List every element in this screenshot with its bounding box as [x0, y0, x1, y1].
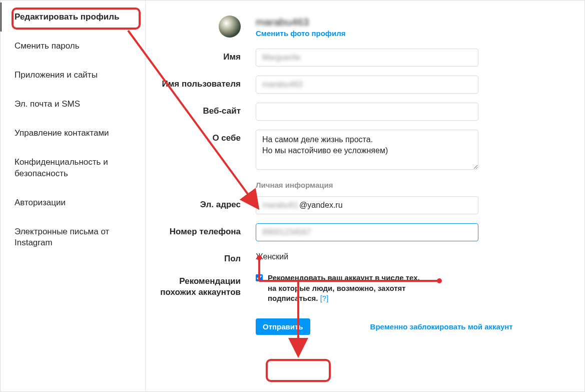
recommend-checkbox[interactable]	[256, 274, 263, 281]
sidebar-item-manage-contacts[interactable]: Управление контактами	[1, 119, 145, 148]
label-gender: Пол	[156, 250, 256, 264]
personal-info-header: Личная информация	[256, 181, 574, 189]
recommend-help-link[interactable]: [?]	[320, 294, 329, 302]
phone-input[interactable]: 89001234567	[256, 223, 478, 241]
submit-button[interactable]: Отправить	[256, 318, 310, 335]
website-input[interactable]	[256, 103, 478, 121]
username-input[interactable]: marabu463	[256, 76, 478, 94]
sidebar-item-email-sms[interactable]: Эл. почта и SMS	[1, 90, 145, 119]
username-display: marabu463	[256, 16, 346, 28]
recommend-checkbox-label: Рекомендовать ваш аккаунт в числе тех, н…	[268, 273, 428, 303]
label-recommendations: Рекомендации похожих аккаунтов	[156, 273, 256, 297]
sidebar-item-edit-profile[interactable]: Редактировать профиль	[1, 3, 145, 32]
change-photo-link[interactable]: Сменить фото профиля	[256, 29, 346, 38]
label-username: Имя пользователя	[156, 76, 256, 89]
gender-select[interactable]: Женский	[256, 250, 478, 261]
email-domain: @yandex.ru	[299, 197, 343, 214]
settings-sidebar: Редактировать профиль Сменить пароль При…	[1, 1, 146, 391]
label-email: Эл. адрес	[156, 196, 256, 210]
label-name: Имя	[156, 49, 256, 62]
avatar-row: marabu463 Сменить фото профиля	[156, 16, 574, 38]
sidebar-item-privacy-security[interactable]: Конфиденциальность и безопасность	[1, 148, 145, 188]
sidebar-item-emails-from-instagram[interactable]: Электронные письма от Instagram	[1, 217, 145, 257]
label-website: Веб-сайт	[156, 103, 256, 116]
sidebar-item-change-password[interactable]: Сменить пароль	[1, 32, 145, 61]
sidebar-item-apps-websites[interactable]: Приложения и сайты	[1, 61, 145, 90]
name-input[interactable]: Marguerite	[256, 49, 478, 67]
label-phone: Номер телефона	[156, 223, 256, 237]
label-bio: О себе	[156, 130, 256, 143]
sidebar-item-login-activity[interactable]: Авторизации	[1, 188, 145, 217]
edit-profile-form: marabu463 Сменить фото профиля Имя Margu…	[146, 1, 584, 391]
email-input[interactable]: marabu61@yandex.ru	[256, 196, 478, 214]
avatar[interactable]	[219, 16, 241, 38]
temp-disable-account-link[interactable]: Временно заблокировать мой аккаунт	[370, 322, 513, 331]
bio-textarea[interactable]	[256, 130, 478, 170]
